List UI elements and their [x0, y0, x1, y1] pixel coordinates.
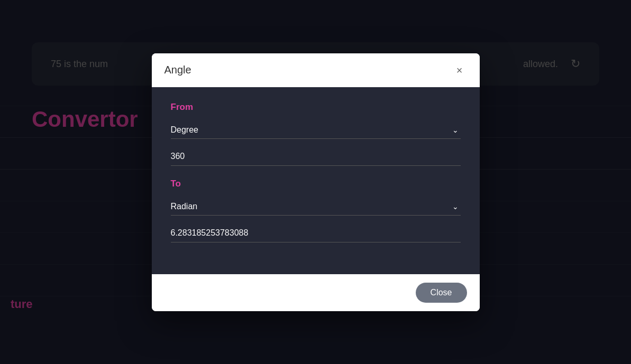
- modal-footer: Close: [152, 274, 480, 311]
- close-button[interactable]: Close: [416, 283, 467, 303]
- from-unit-wrapper: Degree Radian Gradian Turn ⌄: [171, 121, 461, 139]
- modal-header: Angle ×: [152, 53, 480, 87]
- modal-body: From Degree Radian Gradian Turn ⌄ To Rad…: [152, 87, 480, 274]
- to-unit-wrapper: Radian Degree Gradian Turn ⌄: [171, 198, 461, 216]
- from-unit-select[interactable]: Degree Radian Gradian Turn: [171, 121, 461, 139]
- angle-modal: Angle × From Degree Radian Gradian Turn …: [152, 53, 480, 311]
- from-value-input[interactable]: [171, 147, 461, 166]
- modal-close-button[interactable]: ×: [452, 63, 467, 78]
- from-label: From: [171, 102, 461, 113]
- to-unit-select[interactable]: Radian Degree Gradian Turn: [171, 198, 461, 216]
- modal-overlay: Angle × From Degree Radian Gradian Turn …: [0, 0, 631, 364]
- to-label: To: [171, 179, 461, 189]
- to-value-input[interactable]: [171, 224, 461, 242]
- modal-title: Angle: [164, 64, 191, 76]
